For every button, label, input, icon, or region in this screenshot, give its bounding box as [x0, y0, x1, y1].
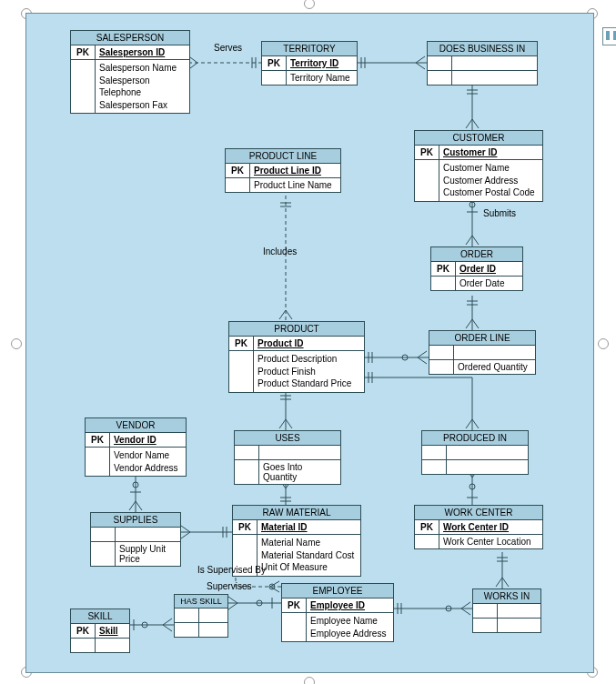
- entity-title: ORDER: [431, 247, 522, 262]
- attr-list: Vendor NameVendor Address: [110, 448, 186, 476]
- attr: Order Date: [456, 277, 522, 290]
- svg-point-47: [257, 600, 262, 606]
- attr: Goes Into Quantity: [259, 460, 340, 484]
- attr: Supply Unit Price: [116, 542, 180, 566]
- pk-attr: Customer ID: [439, 146, 542, 160]
- entity-territory[interactable]: TERRITORY PKTerritory ID Territory Name: [261, 41, 358, 86]
- entity-title: SKILL: [71, 609, 129, 624]
- entity-title: SUPPLIES: [91, 513, 180, 528]
- entity-title: WORK CENTER: [415, 506, 542, 520]
- selection-handle-icon: [11, 338, 22, 349]
- svg-point-51: [142, 622, 147, 628]
- svg-point-10: [470, 202, 475, 207]
- entity-works-in[interactable]: WORKS IN: [472, 588, 541, 633]
- entity-order-line[interactable]: ORDER LINE Ordered Quantity: [429, 330, 536, 375]
- pk-attr: Order ID: [456, 262, 522, 277]
- selection-handle-icon: [304, 0, 315, 9]
- attr-list: Product DescriptionProduct FinishProduct…: [254, 351, 364, 392]
- attr: Territory Name: [287, 71, 357, 85]
- pk-label: PK: [71, 624, 96, 639]
- attr-list: Employee NameEmployee Address: [307, 613, 393, 641]
- svg-point-21: [402, 355, 408, 360]
- entity-title: PRODUCT: [229, 322, 364, 337]
- entity-does-business-in[interactable]: DOES BUSINESS IN: [427, 41, 538, 86]
- rel-label-submits: Submits: [483, 208, 516, 218]
- pk-attr: Skill: [96, 624, 129, 639]
- entity-produced-in[interactable]: PRODUCED IN: [421, 430, 529, 475]
- rel-label-is-supervised-by: Is Supervised By: [197, 565, 266, 575]
- svg-point-45: [446, 606, 451, 611]
- rel-label-includes: Includes: [263, 246, 297, 256]
- pk-attr: Territory ID: [287, 56, 357, 71]
- pk-attr: Salesperson ID: [96, 45, 189, 60]
- attr: Work Center Location: [439, 535, 542, 548]
- pk-attr: Vendor ID: [110, 433, 186, 448]
- entity-has-skill[interactable]: HAS SKILL: [174, 594, 228, 638]
- entity-title: ORDER LINE: [429, 331, 535, 346]
- selection-handle-icon: [598, 338, 609, 349]
- entity-title: PRODUCED IN: [422, 431, 528, 446]
- side-panel-icon[interactable]: [602, 27, 616, 45]
- pk-label: PK: [233, 520, 258, 535]
- attr-list: Material NameMaterial Standard CostUnit …: [258, 535, 360, 576]
- pk-label: PK: [86, 433, 110, 448]
- pk-attr: Work Center ID: [439, 520, 542, 535]
- entity-vendor[interactable]: VENDOR PKVendor ID Vendor NameVendor Add…: [85, 417, 187, 477]
- pk-label: PK: [226, 164, 250, 178]
- svg-point-34: [133, 482, 138, 488]
- er-diagram: SALESPERSON PKSalesperson ID Salesperson…: [25, 13, 594, 673]
- entity-title: EMPLOYEE: [282, 584, 393, 598]
- attr-list: Customer NameCustomer AddressCustomer Po…: [439, 160, 542, 201]
- svg-point-52: [269, 584, 275, 589]
- entity-work-center[interactable]: WORK CENTER PKWork Center ID Work Center…: [414, 505, 543, 549]
- rel-label-serves: Serves: [214, 43, 242, 53]
- rel-label-supervises: Supervises: [207, 581, 251, 591]
- entity-product[interactable]: PRODUCT PKProduct ID Product Description…: [228, 321, 365, 393]
- pk-attr: Employee ID: [307, 598, 393, 613]
- entity-title: HAS SKILL: [175, 595, 227, 609]
- pk-label: PK: [71, 45, 96, 60]
- entity-salesperson[interactable]: SALESPERSON PKSalesperson ID Salesperson…: [70, 30, 190, 114]
- entity-title: WORKS IN: [473, 589, 540, 604]
- entity-title: USES: [235, 431, 340, 446]
- entity-title: PRODUCT LINE: [226, 149, 340, 164]
- attr: Product Line Name: [250, 178, 340, 192]
- entity-title: DOES BUSINESS IN: [428, 42, 537, 56]
- diagram-canvas: SALESPERSON PKSalesperson ID Salesperson…: [0, 0, 616, 684]
- entity-title: SALESPERSON: [71, 31, 189, 45]
- pk-label: PK: [262, 56, 287, 71]
- pk-label: PK: [229, 337, 254, 351]
- attr: Ordered Quantity: [454, 360, 535, 374]
- entity-title: VENDOR: [86, 418, 186, 433]
- entity-order[interactable]: ORDER PKOrder ID Order Date: [430, 246, 523, 291]
- entity-title: CUSTOMER: [415, 131, 542, 146]
- entity-supplies[interactable]: SUPPLIES Supply Unit Price: [90, 512, 181, 567]
- pk-attr: Product ID: [254, 337, 364, 351]
- svg-point-31: [470, 484, 475, 489]
- entity-skill[interactable]: SKILL PKSkill: [70, 609, 130, 653]
- pk-label: PK: [431, 262, 456, 277]
- entity-customer[interactable]: CUSTOMER PKCustomer ID Customer NameCust…: [414, 130, 543, 202]
- selection-handle-icon: [304, 677, 315, 684]
- pk-label: PK: [282, 598, 307, 613]
- pk-label: PK: [415, 520, 439, 535]
- attr-list: Salesperson NameSalesperson TelephoneSal…: [96, 60, 189, 113]
- entity-employee[interactable]: EMPLOYEE PKEmployee ID Employee NameEmpl…: [281, 583, 394, 642]
- entity-uses[interactable]: USES Goes Into Quantity: [234, 430, 341, 485]
- entity-title: RAW MATERIAL: [233, 506, 360, 520]
- pk-attr: Product Line ID: [250, 164, 340, 178]
- pk-label: PK: [415, 146, 439, 160]
- entity-title: TERRITORY: [262, 42, 357, 56]
- entity-product-line[interactable]: PRODUCT LINE PKProduct Line ID Product L…: [225, 148, 341, 193]
- pk-attr: Material ID: [258, 520, 360, 535]
